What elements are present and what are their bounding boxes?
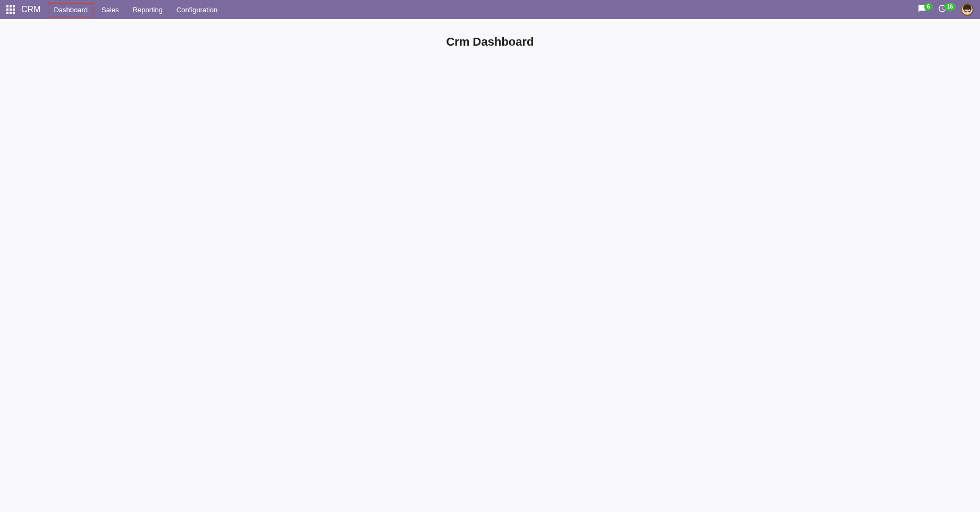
- user-avatar[interactable]: [961, 3, 974, 16]
- messages-button[interactable]: 6: [918, 4, 933, 15]
- avatar-face: [962, 4, 973, 15]
- navbar: CRM Dashboard Sales Reporting Configurat…: [0, 0, 980, 19]
- activities-badge: 16: [944, 3, 956, 11]
- navbar-right: 6 16: [918, 3, 974, 16]
- activities-button[interactable]: 16: [938, 4, 956, 15]
- nav-item-dashboard[interactable]: Dashboard: [48, 3, 94, 16]
- content-area: Crm Dashboard: [0, 19, 980, 62]
- messages-badge: 6: [924, 3, 933, 11]
- navbar-left: CRM Dashboard Sales Reporting Configurat…: [6, 3, 223, 16]
- page-title: Crm Dashboard: [13, 35, 967, 49]
- app-brand[interactable]: CRM: [21, 5, 40, 14]
- apps-icon[interactable]: [6, 5, 15, 14]
- nav-item-sales[interactable]: Sales: [96, 3, 125, 16]
- nav-item-reporting[interactable]: Reporting: [127, 3, 168, 16]
- nav-item-configuration[interactable]: Configuration: [171, 3, 223, 16]
